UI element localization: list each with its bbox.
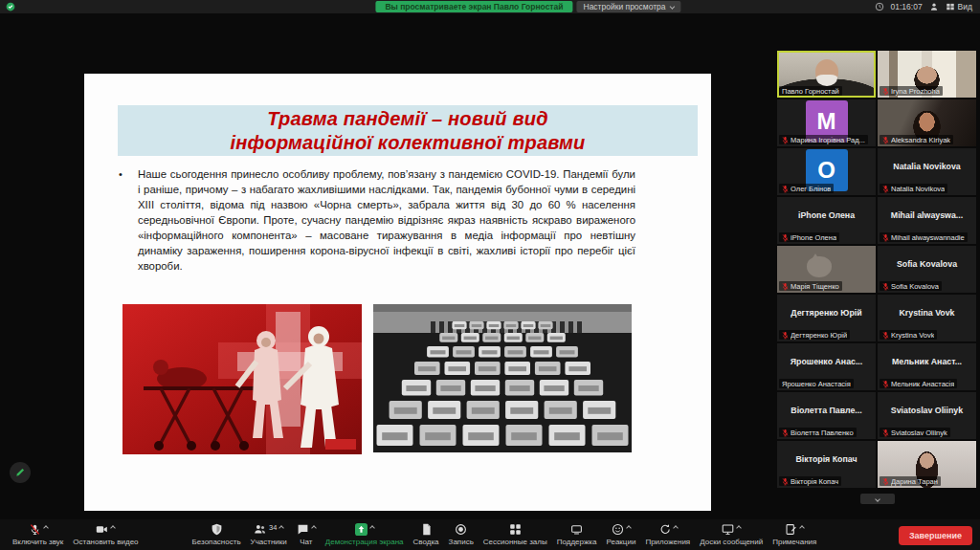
meeting-toolbar: Включить звук Остановить видео Безопасно…	[0, 519, 980, 550]
chevron-up-icon[interactable]	[736, 525, 742, 531]
participant-center-name: Mihail alwayswa...	[878, 197, 976, 232]
zoom-meeting-window: Вы просматриваете экран Павло Горностай …	[0, 0, 980, 550]
participant-tile[interactable]: Мельник Анаст... Мельник Анастасія	[878, 343, 976, 390]
mic-off-icon	[29, 523, 41, 536]
participant-name-label: Дегтяренко Юрій	[779, 330, 850, 340]
field-hospital-image	[372, 304, 633, 454]
view-settings-button[interactable]: Настройки просмотра	[576, 1, 680, 12]
participant-tile[interactable]: iPhone Олена iPhone Олена	[777, 197, 876, 244]
meeting-timer: 01:16:07	[891, 2, 923, 11]
mic-muted-icon	[782, 477, 789, 486]
chevron-up-icon[interactable]	[111, 525, 117, 531]
participant-name-label: Aleksandra Kiriyak	[880, 135, 953, 144]
mic-muted-icon	[882, 429, 889, 437]
person-icon[interactable]	[929, 2, 939, 11]
view-button[interactable]: Вид	[946, 2, 972, 11]
slide-paragraph: Наше сьогодення принесло особливу пробле…	[138, 167, 635, 275]
document-icon	[420, 523, 433, 536]
camera-icon	[96, 523, 108, 536]
participant-tile[interactable]: Павло Горностай	[777, 51, 876, 98]
participant-name-label: Віолетта Павленко	[779, 428, 857, 437]
toolbar-button-notes[interactable]: Примечания	[768, 523, 821, 546]
reactions-icon	[612, 523, 624, 536]
end-meeting-button[interactable]: Завершение	[899, 526, 972, 545]
toolbar-button-chat[interactable]: Чат	[292, 523, 321, 546]
participant-center-name: Sviatoslav Oliinyk	[878, 392, 976, 428]
participant-name-label: Марина Ігорівна Рад...	[779, 135, 868, 144]
viewing-screen-banner: Вы просматриваете экран Павло Горностай	[375, 1, 572, 12]
share-screen-icon	[355, 523, 368, 536]
chevron-up-icon[interactable]	[673, 525, 679, 531]
participant-center-name: Дегтяренко Юрій	[777, 295, 876, 330]
toolbar-button-stop-video[interactable]: Остановить видео	[68, 523, 143, 546]
mic-muted-icon	[882, 282, 889, 291]
participant-name-label: Вікторія Копач	[779, 476, 841, 486]
support-icon	[570, 523, 583, 536]
participant-tile[interactable]: Aleksandra Kiriyak	[878, 99, 976, 146]
mic-muted-icon	[782, 429, 789, 437]
toolbar-button-participants[interactable]: 34 Участники	[246, 523, 292, 546]
participant-tile[interactable]: Iryna Prozhoha	[878, 51, 976, 98]
participant-name-label: Марія Тіщенко	[779, 281, 842, 291]
participant-name-label: Олег Блінов	[779, 184, 834, 193]
participant-tile[interactable]: Sviatoslav Oliinyk Sviatoslav Oliinyk	[878, 392, 976, 439]
toolbar-button-reactions[interactable]: Реакции	[601, 523, 640, 546]
participant-tile[interactable]: Sofia Kovalova Sofia Kovalova	[878, 246, 976, 293]
participant-tile[interactable]: Дарина Таран	[878, 441, 976, 488]
collapse-gallery-button[interactable]	[860, 494, 895, 504]
toolbar-button-whiteboards[interactable]: Доски сообщений	[695, 523, 768, 546]
whiteboard-icon	[722, 523, 734, 536]
chevron-up-icon[interactable]	[43, 525, 49, 531]
toolbar-button-security[interactable]: Безопасность	[188, 523, 246, 546]
participant-center-name: Вікторія Копач	[777, 441, 876, 476]
chevron-up-icon[interactable]	[369, 525, 375, 531]
participant-tile[interactable]: Дегтяренко Юрій Дегтяренко Юрій	[777, 295, 876, 341]
presentation-slide: Травма пандемії – новий вид інформаційно…	[84, 74, 711, 511]
mic-muted-icon	[782, 282, 789, 291]
toolbar-button-apps[interactable]: Приложения	[640, 523, 695, 546]
grid-view-icon	[946, 2, 955, 11]
chevron-up-icon[interactable]	[799, 525, 805, 531]
toolbar-left-group: Включить звук Остановить видео	[8, 523, 144, 546]
pencil-icon	[14, 467, 26, 478]
chevron-down-icon	[670, 4, 676, 10]
participant-tile[interactable]: Krystina Vovk Krystina Vovk	[878, 295, 976, 341]
toolbar-button-record[interactable]: Запись	[444, 523, 479, 546]
participant-center-name: Natalia Novikova	[878, 148, 976, 184]
meeting-top-bar: Вы просматриваете экран Павло Горностай …	[0, 0, 980, 13]
participant-tile[interactable]: Mihail alwayswa... Mihail alwayswannadie	[878, 197, 976, 244]
participant-name-label: iPhone Олена	[779, 232, 839, 242]
toolbar-button-share[interactable]: Демонстрация экрана	[321, 523, 409, 546]
participant-tile[interactable]: Віолетта Павле... Віолетта Павленко	[777, 392, 876, 439]
mic-muted-icon	[782, 331, 789, 340]
mic-muted-icon	[882, 477, 889, 486]
participant-tile[interactable]: Ярошенко Анас... Ярошенко Анастасія	[777, 343, 876, 390]
participant-name-label: Дарина Таран	[880, 476, 941, 486]
participant-name-label: Ярошенко Анастасія	[779, 379, 854, 388]
participant-center-name: iPhone Олена	[777, 197, 876, 232]
participant-tile[interactable]: M Марина Ігорівна Рад...	[777, 99, 876, 146]
chevron-up-icon[interactable]	[626, 525, 632, 531]
participant-tile[interactable]: Natalia Novikova Natalia Novikova	[878, 148, 976, 195]
mic-muted-icon	[782, 233, 789, 242]
participant-name-label: Mihail alwayswannadie	[880, 232, 968, 242]
breakout-rooms-icon	[509, 523, 522, 536]
security-shield-icon[interactable]	[6, 2, 15, 11]
chevron-up-icon[interactable]	[279, 525, 285, 531]
toolbar-button-summary[interactable]: Сводка	[409, 523, 444, 546]
toolbar-button-support[interactable]: Поддержка	[552, 523, 602, 546]
apps-icon	[658, 523, 671, 536]
annotate-button[interactable]	[10, 462, 31, 483]
participant-tile[interactable]: О Олег Блінов	[777, 148, 876, 195]
mic-muted-icon	[882, 136, 889, 144]
mic-muted-icon	[782, 185, 789, 193]
participant-tile[interactable]: Вікторія Копач Вікторія Копач	[777, 441, 876, 488]
toolbar-button-unmute[interactable]: Включить звук	[8, 523, 68, 546]
mic-muted-icon	[882, 87, 889, 96]
participant-tile[interactable]: Марія Тіщенко	[777, 246, 876, 293]
shield-icon	[211, 523, 223, 536]
mic-muted-icon	[882, 185, 889, 193]
toolbar-button-breakout[interactable]: Сессионные залы	[479, 523, 552, 546]
mic-muted-icon	[882, 233, 889, 242]
chevron-up-icon[interactable]	[311, 525, 317, 531]
